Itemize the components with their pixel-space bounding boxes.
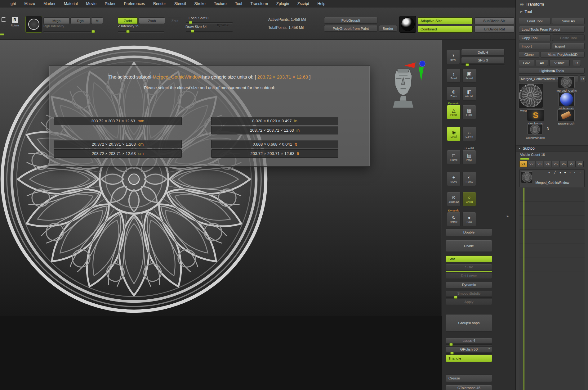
rgb-button[interactable]: Rgb <box>70 17 90 24</box>
aahalf-button[interactable]: ◧ AAHalf <box>462 86 476 101</box>
brush-preview[interactable] <box>25 16 42 33</box>
divide-button[interactable]: Divide <box>446 240 492 252</box>
version-tab-v8[interactable]: V8 <box>576 161 584 167</box>
scroll-button[interactable]: ↕ Scroll <box>447 68 461 83</box>
actual-button[interactable]: ▣ Actual <box>462 68 476 83</box>
subtool-list-area[interactable] <box>519 188 585 390</box>
menu-item-tool[interactable]: Tool <box>235 2 242 6</box>
subdivide-size-button[interactable]: SubDivide Siz <box>474 17 514 24</box>
gpolish-button[interactable]: GPolish 50 <box>446 347 492 352</box>
size-option-cm-exact[interactable]: 20.372 × 20.371 × 1.263 cm <box>54 140 182 148</box>
version-tab-v6[interactable]: V6 <box>560 161 568 167</box>
version-tab-v7[interactable]: V7 <box>568 161 576 167</box>
zoom3d-button[interactable]: ⊙ Zoom3D <box>447 192 461 206</box>
loops-knob[interactable] <box>449 343 453 346</box>
simplebrush-thumbnail[interactable]: S <box>527 109 544 121</box>
menu-item-zscript[interactable]: Zscript <box>297 2 309 6</box>
polypaint-toggle-icon[interactable]: ◐ <box>569 171 571 174</box>
zoom-button[interactable]: ⊕ Zoom <box>447 86 461 101</box>
size-option-ft-generic[interactable]: 203.72 × 203.71 × 12.63 ft <box>211 149 338 158</box>
dynamic-button[interactable]: Dynamic <box>446 281 492 288</box>
menu-item-render[interactable]: Render <box>153 2 166 6</box>
smt-button[interactable]: Smt <box>446 256 492 262</box>
rgb-intensity-knob[interactable] <box>91 30 95 33</box>
gothicwindow-thumbnail[interactable] <box>528 124 542 135</box>
sdiv-slider[interactable] <box>446 271 492 272</box>
import-button[interactable]: Import <box>519 43 551 49</box>
subtool-flip-icon[interactable]: ▾ <box>548 171 550 174</box>
smooth-subdiv-slider[interactable] <box>446 297 492 298</box>
ctolerance-button[interactable]: CTolerance 45 <box>446 385 492 390</box>
copy-tool-button[interactable]: Copy Tool <box>519 34 551 41</box>
paintbrush-icon[interactable]: ╱ <box>554 171 556 174</box>
menu-item-light[interactable]: ght <box>11 2 16 6</box>
eraserbrush-thumbnail[interactable] <box>557 109 575 121</box>
tray-collapse-arrow[interactable]: ▸ <box>507 214 509 218</box>
version-tab-v1[interactable]: V1 <box>519 161 527 167</box>
clone-button[interactable]: Clone <box>519 51 539 58</box>
visible-count-slider[interactable] <box>520 158 529 160</box>
menu-item-stroke[interactable]: Stroke <box>194 2 206 6</box>
z-intensity-slider[interactable] <box>118 31 164 32</box>
persp-button[interactable]: △ Persp <box>447 105 461 119</box>
goz-r-button[interactable]: R <box>573 60 581 66</box>
menu-item-marker[interactable]: Marker <box>43 2 56 6</box>
gpolish-knob[interactable] <box>450 352 454 355</box>
draw-size-knob[interactable] <box>191 30 194 33</box>
menu-item-texture[interactable]: Texture <box>214 2 227 6</box>
apply-button[interactable]: Apply <box>446 299 492 305</box>
size-option-cm-generic[interactable]: 203.72 × 203.71 × 12.63 cm <box>54 149 182 158</box>
spix-slider[interactable] <box>461 64 505 66</box>
sdiv-button[interactable]: SDiv <box>446 264 492 270</box>
goz-visible-button[interactable]: Visible <box>549 60 570 66</box>
alphabrush-thumbnail[interactable] <box>559 93 575 106</box>
menu-item-picker[interactable]: Picker <box>105 2 116 6</box>
zcut-button[interactable]: Zcut <box>168 17 182 24</box>
border-button[interactable]: Border <box>379 25 397 32</box>
load-tool-button[interactable]: Load Tool <box>519 18 551 24</box>
polygroupit-button[interactable]: PolyGroupIt <box>324 17 377 24</box>
rotate-tool-button[interactable]: R Rotate <box>8 17 22 27</box>
version-tab-v2[interactable]: V2 <box>528 161 535 167</box>
z-intensity-knob[interactable] <box>126 30 130 33</box>
visibility-eye-icon[interactable]: ● <box>564 171 566 174</box>
tool-r-button[interactable]: R <box>580 75 586 82</box>
menu-item-zplugin[interactable]: Zplugin <box>276 2 289 6</box>
groups-loops-button[interactable]: GroupsLoops <box>446 314 492 332</box>
focal-shift-slider[interactable] <box>186 22 233 23</box>
recent-tool-thumbnail[interactable] <box>558 76 575 88</box>
ghost-button[interactable]: ○ Ghost <box>462 192 476 206</box>
gpolish-toggle-icon[interactable]: ○ <box>488 347 490 350</box>
tool-palette-header[interactable]: ⌐ Tool <box>520 9 532 14</box>
transform-palette-header[interactable]: ◎ Transform <box>520 2 544 7</box>
focal-shift-knob[interactable] <box>189 21 192 24</box>
polyf-button[interactable]: ▤ PolyF <box>462 150 476 164</box>
loops-slider[interactable] <box>446 344 492 345</box>
goz-button[interactable]: GoZ <box>519 60 534 66</box>
size-option-mm[interactable]: 203.72 × 203.71 × 12.63 mm <box>54 117 182 125</box>
menu-item-material[interactable]: Material <box>64 2 78 6</box>
version-tab-v5[interactable]: V5 <box>552 161 559 167</box>
save-as-button[interactable]: Save As <box>552 18 585 24</box>
active-tool-thumbnail[interactable] <box>518 83 543 108</box>
polypaint-toggle-icon[interactable]: ◐ <box>574 171 576 174</box>
goz-all-button[interactable]: All <box>536 60 548 66</box>
transp-button[interactable]: ◐ Transp <box>462 172 476 186</box>
menu-item-help[interactable]: Help <box>318 2 326 6</box>
zadd-button[interactable]: Zadd <box>118 17 138 24</box>
lsym-button[interactable]: ↔ L.Sym <box>462 127 476 141</box>
menu-item-preferences[interactable]: Preferences <box>124 2 145 6</box>
m-button[interactable]: M <box>91 17 103 24</box>
rotate-view-button[interactable]: ↻ Rotate <box>447 212 461 226</box>
zsub-button[interactable]: Zsub <box>139 17 165 24</box>
triangle-button[interactable]: Triangle <box>446 355 492 362</box>
deluh-button[interactable]: DelUH <box>461 49 505 56</box>
polygroupit-from-paint-button[interactable]: PolyGroupIt from Paint <box>324 25 377 32</box>
load-tools-from-project-button[interactable]: Load Tools From Project <box>519 26 585 33</box>
version-tab-v4[interactable]: V4 <box>544 161 551 167</box>
size-option-in-exact[interactable]: 8.020 × 8.020 × 0.497 in <box>211 117 338 125</box>
left-tray-slider[interactable] <box>0 34 4 35</box>
frame-button[interactable]: □ Frame <box>447 150 461 164</box>
subtool-scrollbar[interactable] <box>523 188 524 390</box>
move-button[interactable]: + Move <box>447 172 461 186</box>
